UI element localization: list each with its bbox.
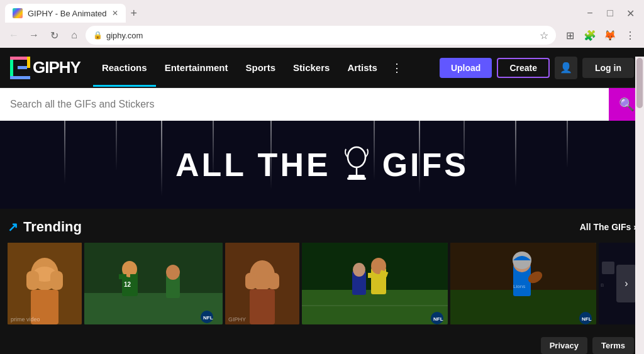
tab-close-button[interactable]: ✕ bbox=[112, 9, 118, 18]
svg-rect-20 bbox=[119, 274, 126, 279]
gif-grid: prime video bbox=[8, 243, 636, 324]
gif-preview: 12 NFL bbox=[84, 243, 223, 324]
svg-text:NFL: NFL bbox=[433, 316, 443, 322]
chevron-right-icon: › bbox=[625, 278, 628, 289]
gif-preview: GIPHY bbox=[225, 243, 299, 324]
svg-text:NFL: NFL bbox=[203, 315, 213, 321]
svg-text:prime video: prime video bbox=[11, 316, 40, 323]
toolbar-actions: ⊞ 🧩 🦊 ⋮ bbox=[561, 26, 639, 44]
svg-rect-38 bbox=[368, 273, 374, 278]
forward-button[interactable]: → bbox=[25, 26, 43, 44]
gif-item[interactable]: GIPHY bbox=[225, 243, 299, 324]
address-text: giphy.com bbox=[106, 31, 536, 40]
gif-item[interactable]: 12 NFL bbox=[84, 243, 223, 324]
svg-point-41 bbox=[353, 263, 365, 277]
user-icon: 👤 bbox=[560, 62, 572, 74]
site-navigation: GIPHY Reactions Entertainment Sports Sti… bbox=[0, 48, 644, 88]
giphy-logo[interactable]: GIPHY bbox=[10, 57, 80, 79]
nav-artists[interactable]: Artists bbox=[338, 48, 386, 87]
maximize-button[interactable]: □ bbox=[601, 4, 619, 22]
gif-item[interactable]: NFL Lions bbox=[450, 243, 596, 324]
extensions-grid-button[interactable]: ⊞ bbox=[561, 26, 579, 44]
user-icon-button[interactable]: 👤 bbox=[555, 57, 577, 79]
back-button[interactable]: ← bbox=[5, 26, 23, 44]
lock-icon: 🔒 bbox=[93, 31, 103, 40]
dots-icon: ⋮ bbox=[391, 62, 402, 74]
svg-rect-30 bbox=[245, 273, 257, 289]
hero-text-right: GIFS bbox=[382, 146, 469, 184]
svg-rect-3 bbox=[10, 76, 30, 79]
all-gifs-link[interactable]: All The GIFs › bbox=[580, 222, 636, 232]
nav-actions: Upload Create 👤 Log in bbox=[440, 57, 634, 79]
gif-preview: NFL Lions bbox=[450, 243, 596, 324]
privacy-button[interactable]: Privacy bbox=[541, 337, 587, 354]
tab-favicon bbox=[13, 8, 23, 18]
trending-title: ↗ Trending bbox=[8, 219, 82, 235]
create-button[interactable]: Create bbox=[497, 58, 550, 78]
gif-preview: prime video bbox=[8, 243, 82, 324]
svg-rect-54 bbox=[602, 262, 614, 274]
logo-icon bbox=[10, 57, 30, 79]
nav-sports[interactable]: Sports bbox=[236, 48, 284, 87]
home-button[interactable]: ⌂ bbox=[65, 26, 83, 44]
nav-entertainment[interactable]: Entertainment bbox=[156, 48, 237, 87]
svg-rect-0 bbox=[10, 57, 13, 79]
svg-text:NFL: NFL bbox=[582, 316, 592, 322]
svg-text:B: B bbox=[601, 282, 604, 288]
site-footer: Privacy Terms bbox=[0, 329, 644, 354]
svg-point-26 bbox=[166, 265, 180, 280]
site-wrapper: GIPHY Reactions Entertainment Sports Sti… bbox=[0, 48, 644, 354]
gif-preview: NFL bbox=[302, 243, 448, 324]
extensions-button[interactable]: 🧩 bbox=[581, 26, 599, 44]
trending-header: ↗ Trending All The GIFs › bbox=[8, 219, 636, 235]
refresh-button[interactable]: ↻ bbox=[45, 26, 63, 44]
scrollbar-track[interactable] bbox=[635, 57, 644, 354]
svg-rect-34 bbox=[302, 290, 448, 324]
browser-toolbar: ← → ↻ ⌂ 🔒 giphy.com ☆ ⊞ 🧩 🦊 ⋮ bbox=[0, 23, 644, 48]
address-bar: 🔒 giphy.com ☆ bbox=[86, 26, 556, 45]
trending-label: Trending bbox=[23, 219, 82, 235]
logo-text: GIPHY bbox=[33, 58, 80, 77]
scrollbar-thumb[interactable] bbox=[636, 58, 643, 108]
upload-button[interactable]: Upload bbox=[440, 58, 492, 78]
extensions-grid-icon: ⊞ bbox=[566, 30, 574, 41]
close-window-button[interactable]: ✕ bbox=[621, 4, 639, 22]
next-button[interactable]: › bbox=[616, 265, 636, 302]
hero-text: ALL THE GIFS bbox=[175, 146, 469, 184]
browser-chrome: GIPHY - Be Animated ✕ + − □ ✕ ← → ↻ ⌂ 🔒 … bbox=[0, 0, 644, 48]
gif-item[interactable]: prime video bbox=[8, 243, 82, 324]
svg-text:Lions: Lions bbox=[513, 284, 525, 289]
search-icon: 🔍 bbox=[619, 97, 635, 112]
login-button[interactable]: Log in bbox=[582, 58, 634, 78]
svg-rect-14 bbox=[50, 271, 63, 290]
nav-reactions[interactable]: Reactions bbox=[93, 48, 156, 87]
hero-text-left: ALL THE bbox=[175, 146, 331, 184]
emmy-trophy-icon bbox=[341, 146, 372, 184]
svg-point-5 bbox=[348, 147, 365, 167]
profile-button[interactable]: 🦊 bbox=[601, 26, 619, 44]
browser-tab[interactable]: GIPHY - Be Animated ✕ bbox=[5, 4, 126, 23]
svg-rect-21 bbox=[130, 274, 138, 279]
svg-rect-13 bbox=[26, 271, 39, 290]
nav-links: Reactions Entertainment Sports Stickers … bbox=[93, 48, 440, 87]
terms-button[interactable]: Terms bbox=[592, 337, 634, 354]
gif-item[interactable]: NFL bbox=[302, 243, 448, 324]
new-tab-button[interactable]: + bbox=[131, 7, 138, 20]
svg-rect-2 bbox=[27, 57, 30, 68]
trending-section: ↗ Trending All The GIFs › bbox=[0, 209, 644, 329]
svg-rect-8 bbox=[347, 177, 366, 180]
browser-titlebar: GIPHY - Be Animated ✕ + − □ ✕ bbox=[0, 0, 644, 23]
svg-text:GIPHY: GIPHY bbox=[228, 316, 246, 323]
svg-rect-4 bbox=[18, 66, 27, 69]
nav-stickers[interactable]: Stickers bbox=[284, 48, 338, 87]
search-input[interactable] bbox=[0, 88, 609, 121]
hero-banner: ALL THE GIFS bbox=[0, 121, 644, 209]
tab-title: GIPHY - Be Animated bbox=[28, 9, 107, 18]
minimize-button[interactable]: − bbox=[581, 4, 599, 22]
svg-rect-31 bbox=[268, 273, 279, 289]
nav-more-button[interactable]: ⋮ bbox=[386, 61, 408, 75]
menu-button[interactable]: ⋮ bbox=[621, 26, 639, 44]
svg-rect-29 bbox=[250, 289, 275, 324]
bookmark-button[interactable]: ☆ bbox=[540, 30, 548, 41]
search-container: 🔍 bbox=[0, 88, 644, 121]
